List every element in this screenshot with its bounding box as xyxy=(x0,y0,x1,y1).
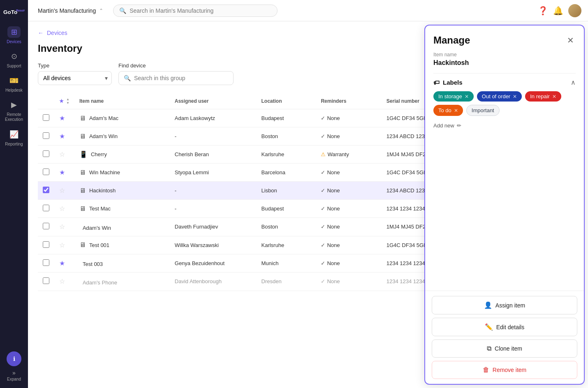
star-icon[interactable]: ☆ xyxy=(59,223,65,230)
sidebar-item-devices[interactable]: ⊞ Devices xyxy=(0,23,28,47)
org-name: Martin's Manufacturing xyxy=(38,7,96,14)
star-icon[interactable]: ★ xyxy=(59,115,65,122)
global-search[interactable]: 🔍 xyxy=(113,5,278,17)
add-new-label-row[interactable]: Add new ✏ xyxy=(433,122,576,135)
org-selector[interactable]: Martin's Manufacturing ⌃ xyxy=(35,6,106,16)
assign-button[interactable]: 👤Assign item xyxy=(432,296,577,314)
label-chip-to_do[interactable]: To do✕ xyxy=(433,105,463,116)
row-star-cell[interactable]: ☆ xyxy=(54,236,74,254)
row-star-cell[interactable]: ☆ xyxy=(54,200,74,218)
th-reminders: Reminders xyxy=(316,93,381,109)
reminder-icon: ✓ xyxy=(321,224,325,230)
star-icon[interactable]: ☆ xyxy=(59,187,65,194)
label-chip-text: In storage xyxy=(438,93,462,99)
star-sort-icon[interactable]: ★ xyxy=(59,98,64,104)
star-icon[interactable]: ★ xyxy=(59,133,65,140)
row-checkbox-cell[interactable] xyxy=(38,218,54,236)
device-type-icon: 🖥 xyxy=(79,187,86,194)
clone-button[interactable]: ⧉Clone item xyxy=(432,340,577,358)
info-button[interactable]: ℹ xyxy=(7,351,21,366)
row-checkbox-cell[interactable] xyxy=(38,127,54,146)
row-star-cell[interactable]: ★ xyxy=(54,109,74,127)
row-checkbox-cell[interactable] xyxy=(38,254,54,273)
row-checkbox-cell[interactable] xyxy=(38,164,54,182)
label-chip-remove[interactable]: ✕ xyxy=(552,94,556,99)
device-type-icon: 🖥 xyxy=(79,115,86,122)
sidebar-item-reporting[interactable]: 📈 Reporting xyxy=(0,125,28,150)
row-star-cell[interactable]: ☆ xyxy=(54,273,74,291)
manage-title: Manage xyxy=(433,35,470,46)
label-chip-remove[interactable]: ✕ xyxy=(513,94,517,99)
sidebar-item-remote-label: RemoteExecution xyxy=(5,112,23,122)
find-device-text-input[interactable] xyxy=(134,75,228,81)
star-icon[interactable]: ★ xyxy=(59,169,65,176)
reminder-icon: ✓ xyxy=(321,260,325,266)
remove-button[interactable]: 🗑Remove item xyxy=(432,361,577,379)
sidebar: GoTo Resolve ⊞ Devices ⊙ Support 🎫 Helpd… xyxy=(0,0,28,388)
help-icon[interactable]: ❓ xyxy=(538,6,548,16)
device-type-icon: 🖥 xyxy=(79,133,86,140)
manage-header: Manage ✕ xyxy=(425,25,584,52)
row-checkbox-cell[interactable] xyxy=(38,236,54,254)
manage-close-button[interactable]: ✕ xyxy=(565,34,576,47)
device-name: Test Mac xyxy=(89,206,111,212)
sidebar-item-helpdesk[interactable]: 🎫 Helpdesk xyxy=(0,72,28,96)
topbar-right: ❓ 🔔 xyxy=(538,4,581,17)
device-name: Win Machine xyxy=(89,169,120,176)
sidebar-item-support[interactable]: ⊙ Support xyxy=(0,47,28,72)
row-star-cell[interactable]: ★ xyxy=(54,127,74,146)
type-select[interactable]: All devices Mac Windows iOS Android xyxy=(38,71,112,85)
label-chip-remove[interactable]: ✕ xyxy=(454,108,458,113)
row-reminder: ✓ None xyxy=(316,273,381,291)
global-search-input[interactable] xyxy=(130,7,271,14)
row-star-cell[interactable]: ☆ xyxy=(54,218,74,236)
row-star-cell[interactable]: ★ xyxy=(54,254,74,273)
row-star-cell[interactable]: ★ xyxy=(54,164,74,182)
row-device-name-cell: 🖥 Adam's Mac xyxy=(74,109,170,127)
sidebar-logo[interactable]: GoTo Resolve xyxy=(0,3,28,21)
manage-footer: 👤Assign item✏️Edit details⧉Clone item🗑Re… xyxy=(425,291,584,384)
label-chip-important[interactable]: Important xyxy=(466,105,500,116)
device-name: Adam's Win xyxy=(89,133,118,139)
row-checkbox[interactable] xyxy=(43,223,49,229)
labels-toggle-button[interactable]: ∧ xyxy=(571,79,576,86)
row-checkbox-cell[interactable] xyxy=(38,273,54,291)
row-star-cell[interactable]: ☆ xyxy=(54,146,74,164)
device-name: Adam's Mac xyxy=(89,115,118,121)
star-icon[interactable]: ☆ xyxy=(59,278,65,285)
sidebar-item-remote[interactable]: ▶ RemoteExecution xyxy=(0,96,28,125)
star-icon[interactable]: ☆ xyxy=(59,151,65,158)
row-star-cell[interactable]: ☆ xyxy=(54,182,74,200)
row-checkbox[interactable] xyxy=(43,150,49,157)
main-content: Martin's Manufacturing ⌃ 🔍 ❓ 🔔 ← Devices… xyxy=(28,0,588,388)
device-type-icon: 🖥 xyxy=(79,241,86,249)
row-checkbox-cell[interactable] xyxy=(38,200,54,218)
row-assigned-user: Adam Laskowytz xyxy=(170,109,257,127)
expand-button[interactable]: » Expand xyxy=(7,370,21,381)
bell-icon[interactable]: 🔔 xyxy=(553,6,563,16)
label-chip-in_storage[interactable]: In storage✕ xyxy=(433,91,474,102)
row-checkbox-cell[interactable] xyxy=(38,109,54,127)
row-checkbox[interactable] xyxy=(43,187,49,193)
label-chip-in_repair[interactable]: In repair✕ xyxy=(525,91,561,102)
row-checkbox[interactable] xyxy=(43,259,49,266)
row-checkbox-cell[interactable] xyxy=(38,146,54,164)
row-checkbox[interactable] xyxy=(43,114,49,121)
clone-button-label: Clone item xyxy=(495,345,522,352)
row-checkbox[interactable] xyxy=(43,241,49,248)
star-icon[interactable]: ★ xyxy=(59,260,65,267)
find-device-input[interactable]: 🔍 xyxy=(118,71,234,85)
label-chip-remove[interactable]: ✕ xyxy=(465,94,469,99)
row-checkbox-cell[interactable] xyxy=(38,182,54,200)
row-checkbox[interactable] xyxy=(43,169,49,175)
row-checkbox[interactable] xyxy=(43,205,49,211)
row-checkbox[interactable] xyxy=(43,132,49,139)
edit-button[interactable]: ✏️Edit details xyxy=(432,318,577,336)
star-icon[interactable]: ☆ xyxy=(59,242,65,249)
star-icon[interactable]: ☆ xyxy=(59,205,65,212)
label-chip-out_of_order[interactable]: Out of order✕ xyxy=(477,91,522,102)
avatar[interactable] xyxy=(568,4,581,17)
manage-panel: Manage ✕ Item name Hackintosh 🏷 Labels ∧… xyxy=(424,25,585,385)
reminder-icon: ✓ xyxy=(321,206,325,212)
row-checkbox[interactable] xyxy=(43,277,49,284)
